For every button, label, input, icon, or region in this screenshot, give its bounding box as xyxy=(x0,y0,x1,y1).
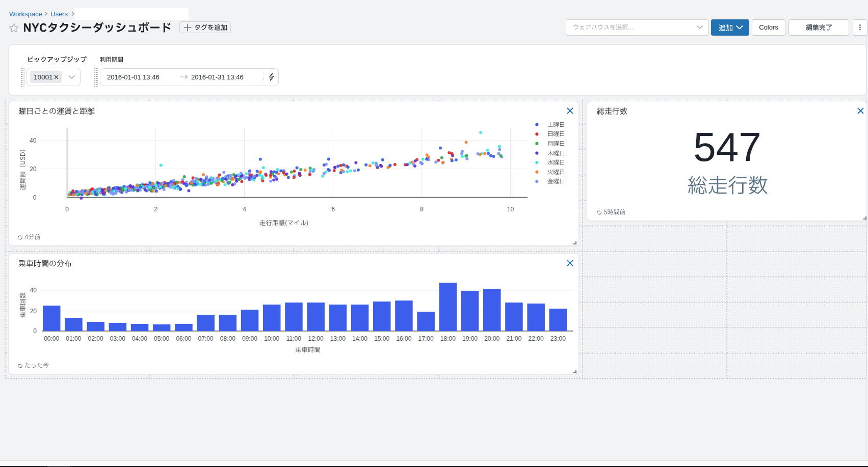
svg-text:23:00: 23:00 xyxy=(550,335,566,342)
svg-text:20: 20 xyxy=(30,166,37,173)
svg-text:15:00: 15:00 xyxy=(374,335,389,342)
svg-text:04:00: 04:00 xyxy=(132,335,147,342)
svg-text:2: 2 xyxy=(154,206,157,213)
svg-text:0: 0 xyxy=(33,327,37,335)
svg-text:10:00: 10:00 xyxy=(264,335,279,342)
svg-text:16:00: 16:00 xyxy=(396,335,411,342)
svg-text:22:00: 22:00 xyxy=(529,335,544,342)
svg-text:06:00: 06:00 xyxy=(176,335,191,342)
svg-text:40: 40 xyxy=(30,137,37,144)
svg-text:547: 547 xyxy=(693,124,761,170)
svg-text:0: 0 xyxy=(65,206,69,213)
svg-text:20: 20 xyxy=(30,308,37,315)
svg-text:17:00: 17:00 xyxy=(418,335,434,342)
svg-text:14:00: 14:00 xyxy=(352,335,367,342)
svg-text:02:00: 02:00 xyxy=(88,335,103,342)
svg-text:4: 4 xyxy=(243,206,246,213)
svg-text:01:00: 01:00 xyxy=(66,335,81,342)
svg-text:20:00: 20:00 xyxy=(484,335,499,342)
svg-text:00:00: 00:00 xyxy=(44,335,59,342)
svg-text:21:00: 21:00 xyxy=(506,335,521,342)
svg-text:40: 40 xyxy=(30,287,37,294)
svg-text:12:00: 12:00 xyxy=(308,335,324,342)
svg-text:07:00: 07:00 xyxy=(198,335,214,342)
svg-text:6: 6 xyxy=(331,206,335,213)
svg-text:18:00: 18:00 xyxy=(440,335,456,342)
svg-text:10: 10 xyxy=(507,206,514,213)
svg-text:05:00: 05:00 xyxy=(154,335,169,342)
svg-text:0: 0 xyxy=(33,194,37,201)
svg-text:08:00: 08:00 xyxy=(220,335,235,342)
svg-text:8: 8 xyxy=(420,206,424,213)
svg-text:03:00: 03:00 xyxy=(110,335,125,342)
svg-text:11:00: 11:00 xyxy=(286,335,301,342)
svg-text:13:00: 13:00 xyxy=(330,335,346,342)
svg-text:09:00: 09:00 xyxy=(242,335,257,342)
svg-text:19:00: 19:00 xyxy=(462,335,478,342)
